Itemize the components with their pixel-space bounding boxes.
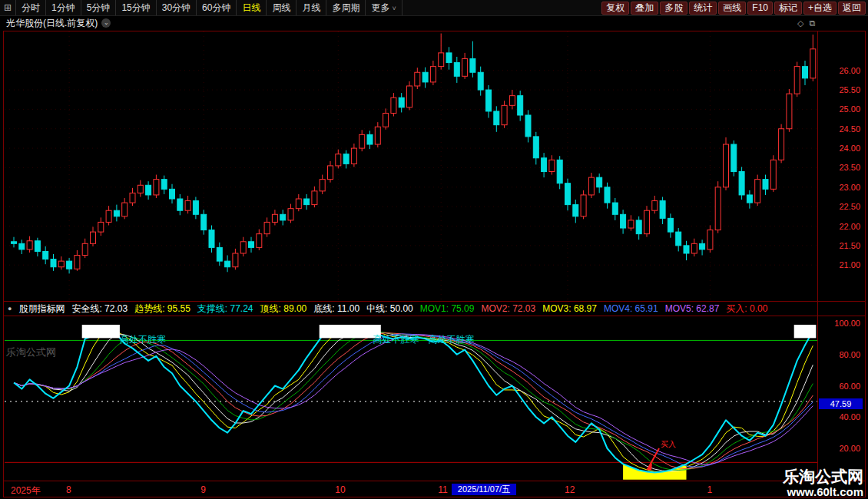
indicator-tick-label: 60.00 bbox=[820, 382, 860, 391]
title-row: 光华股份(日线.前复权) ⌄ bbox=[0, 15, 868, 31]
candle-body bbox=[486, 90, 492, 111]
candle-body bbox=[731, 144, 737, 171]
candle-body bbox=[154, 180, 159, 195]
main-candlestick-chart[interactable] bbox=[5, 31, 817, 301]
candle-body bbox=[509, 96, 515, 106]
candle-body bbox=[296, 199, 301, 209]
candle-body bbox=[328, 166, 333, 180]
indicator-badge-icon[interactable]: ● bbox=[8, 305, 12, 312]
tab-60min[interactable]: 60分钟 bbox=[197, 0, 237, 15]
mov-line bbox=[14, 332, 813, 470]
field-zhichengxian: 支撑线: 77.24 bbox=[197, 302, 253, 316]
diamond-icon[interactable]: ◇ bbox=[797, 18, 809, 28]
indicator-chart[interactable]: 高处不胜寒高处不胜寒高处不胜寒买入 bbox=[5, 316, 817, 481]
candle-body bbox=[35, 241, 40, 252]
candle-body bbox=[185, 201, 190, 211]
candle-body bbox=[612, 203, 618, 214]
field-mov2: MOV2: 72.03 bbox=[481, 303, 535, 314]
mark-button[interactable]: 标记 bbox=[774, 2, 802, 15]
overbought-annotation: 高处不胜寒 bbox=[373, 334, 419, 345]
overlay-button[interactable]: 叠加 bbox=[631, 2, 658, 15]
month-label[interactable]: 11 bbox=[438, 484, 447, 495]
candle-body bbox=[557, 160, 562, 183]
candle-body bbox=[146, 185, 151, 195]
tab-multiperiod[interactable]: 多周期 bbox=[326, 0, 366, 15]
tab-daily[interactable]: 日线 bbox=[237, 0, 267, 15]
year-label: 2025年 bbox=[11, 484, 41, 497]
indicator-header: ● 股朋指标网 安全线: 72.03 趋势线: 95.55 支撑线: 77.24… bbox=[4, 301, 865, 316]
field-dingxian: 顶线: 89.00 bbox=[260, 302, 307, 316]
candle-body bbox=[43, 251, 48, 259]
tab-1min[interactable]: 1分钟 bbox=[46, 0, 81, 15]
field-zhongxian: 中线: 50.00 bbox=[366, 302, 413, 316]
candle-body bbox=[336, 154, 341, 166]
candle-body bbox=[209, 230, 214, 248]
f10-button[interactable]: F10 bbox=[747, 2, 773, 15]
indicator-name[interactable]: 股朋指标网 bbox=[18, 302, 65, 316]
tab-30min[interactable]: 30分钟 bbox=[157, 0, 197, 15]
candle-body bbox=[573, 205, 578, 216]
tab-weekly[interactable]: 周线 bbox=[267, 0, 297, 15]
month-label[interactable]: 8 bbox=[66, 484, 71, 495]
month-label[interactable]: 1 bbox=[707, 484, 712, 495]
candle-body bbox=[779, 129, 784, 160]
stats-button[interactable]: 统计 bbox=[689, 2, 717, 15]
month-label[interactable]: 10 bbox=[335, 484, 345, 495]
candle-body bbox=[170, 189, 175, 199]
candle-body bbox=[478, 72, 483, 90]
candle-body bbox=[430, 67, 436, 82]
site-watermark-name: 乐淘公式网 bbox=[783, 468, 863, 486]
candle-body bbox=[597, 177, 602, 187]
candle-body bbox=[660, 201, 665, 219]
candle-body bbox=[691, 243, 697, 253]
candle-body bbox=[525, 115, 531, 137]
tab-5min[interactable]: 5分钟 bbox=[81, 0, 117, 15]
candle-body bbox=[518, 96, 523, 115]
window-icon[interactable]: ⊞ bbox=[0, 0, 16, 15]
month-label[interactable]: 9 bbox=[200, 484, 206, 495]
month-label[interactable]: 12 bbox=[565, 484, 575, 495]
candle-body bbox=[114, 210, 119, 216]
mov-line bbox=[14, 334, 813, 467]
date-axis[interactable]: 2025年 2025/11/07/五 891011121 bbox=[4, 481, 865, 497]
candle-body bbox=[549, 160, 555, 171]
page-icon[interactable]: ⧉ bbox=[809, 18, 820, 28]
top-toolbar: ⊞ 分时 1分钟 5分钟 15分钟 30分钟 60分钟 日线 周线 月线 多周期… bbox=[0, 0, 868, 16]
candle-body bbox=[161, 180, 167, 190]
candle-body bbox=[763, 180, 768, 190]
chart-corner-icons: ◇⧉ bbox=[797, 18, 820, 28]
panel-watermark: 乐淘公式网 bbox=[6, 345, 56, 359]
candle-body bbox=[724, 144, 729, 187]
field-anquanxian: 安全线: 72.03 bbox=[71, 302, 128, 316]
candle-body bbox=[82, 243, 88, 255]
candle-body bbox=[636, 220, 641, 234]
tab-15min[interactable]: 15分钟 bbox=[116, 0, 156, 15]
indicator-axis: 100.0080.0060.0040.0020.00 bbox=[820, 0, 862, 499]
candle-body bbox=[98, 222, 104, 232]
restore-rights-button[interactable]: 复权 bbox=[601, 2, 629, 15]
field-mov3: MOV3: 68.97 bbox=[542, 303, 597, 314]
candle-body bbox=[249, 242, 254, 248]
candle-body bbox=[446, 53, 452, 63]
multistock-button[interactable]: 多股 bbox=[660, 2, 687, 15]
field-dixian: 底线: 11.00 bbox=[313, 302, 359, 316]
title-dropdown-icon[interactable]: ⌄ bbox=[101, 18, 111, 28]
candle-body bbox=[51, 259, 56, 267]
tab-more-label: 更多 bbox=[371, 2, 389, 13]
candle-body bbox=[422, 72, 428, 82]
tab-fenshi[interactable]: 分时 bbox=[16, 0, 46, 15]
candle-body bbox=[502, 105, 507, 124]
candle-body bbox=[462, 58, 468, 76]
candle-body bbox=[391, 97, 396, 113]
tab-monthly[interactable]: 月线 bbox=[297, 0, 326, 15]
candle-body bbox=[770, 160, 776, 189]
candle-body bbox=[644, 210, 650, 233]
candle-body bbox=[470, 58, 475, 72]
crosshair-value-tag: 47.59 bbox=[819, 398, 863, 409]
drawline-button[interactable]: 画线 bbox=[718, 2, 746, 15]
candle-body bbox=[533, 137, 538, 158]
candle-body bbox=[739, 172, 744, 195]
site-watermark-url: www.60lt.com bbox=[783, 486, 863, 498]
buy-arrowhead bbox=[646, 463, 652, 470]
tab-more[interactable]: 更多˅ bbox=[366, 0, 402, 15]
